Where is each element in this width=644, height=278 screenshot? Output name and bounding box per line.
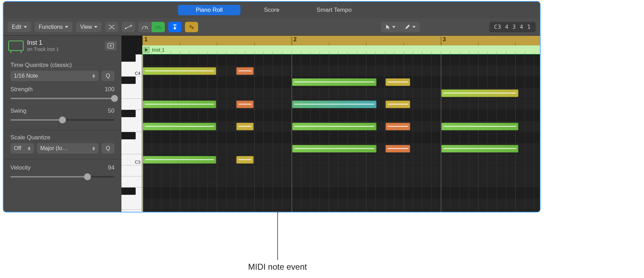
scale-root-value: Off [14, 145, 21, 151]
midi-note[interactable] [236, 101, 254, 108]
midi-note[interactable] [143, 101, 216, 108]
midi-note[interactable] [441, 123, 518, 130]
svg-line-3 [158, 26, 160, 29]
piano-key-white[interactable] [121, 199, 142, 210]
velocity-value: 94 [108, 164, 115, 171]
collapse-icon [108, 25, 115, 29]
pointer-tool[interactable] [381, 22, 400, 32]
quantize-button[interactable]: Q [101, 71, 115, 81]
view-menu-label: View [80, 24, 92, 30]
bar-number: 2 [294, 36, 297, 43]
playhead-icon [172, 24, 178, 30]
chevron-down-icon [412, 26, 416, 28]
stepper-icon [92, 147, 95, 150]
position-readout: C3 4 3 4 1 [489, 22, 536, 32]
tab-piano-roll[interactable]: Piano Roll [178, 5, 240, 15]
chevron-down-icon [24, 26, 27, 28]
automation-button[interactable] [122, 22, 135, 32]
midi-note[interactable] [292, 78, 376, 86]
tab-smart-tempo[interactable]: Smart Tempo [303, 5, 365, 15]
link-icon [188, 25, 195, 29]
tab-score[interactable]: Score [240, 5, 303, 15]
piano-key-black[interactable] [121, 54, 136, 62]
midi-note[interactable] [292, 145, 376, 153]
midi-note[interactable] [385, 78, 410, 86]
piano-key-white[interactable] [121, 121, 142, 132]
functions-menu-label: Functions [39, 24, 63, 30]
scale-root-select[interactable]: Off [10, 143, 34, 154]
scale-mode-select[interactable]: Major (Io… [37, 143, 99, 154]
key-label: C4 [135, 71, 141, 76]
midi-note[interactable] [236, 67, 254, 75]
pointer-icon [386, 24, 390, 30]
region-play-icon[interactable] [143, 46, 150, 53]
piano-key-black[interactable] [121, 132, 136, 139]
piano-key-white[interactable] [121, 165, 142, 176]
instrument-icon [8, 41, 24, 51]
bar-number: 3 [443, 36, 446, 43]
midi-note[interactable] [385, 123, 410, 130]
midi-note[interactable] [385, 101, 410, 108]
functions-menu[interactable]: Functions [35, 22, 73, 32]
time-quantize-select[interactable]: 1/16 Note [10, 71, 99, 81]
midi-note[interactable] [441, 89, 518, 97]
piano-key-black[interactable] [121, 110, 136, 117]
instrument-subtitle: on Track Inst 1 [27, 46, 101, 52]
midi-note[interactable] [292, 123, 376, 130]
chevron-down-icon [392, 26, 396, 28]
catch-playhead-button[interactable] [168, 22, 181, 32]
midi-note[interactable] [441, 145, 518, 153]
collapse-button[interactable] [105, 22, 118, 32]
piano-key-white[interactable] [121, 88, 142, 99]
piano-key-black[interactable] [121, 188, 136, 195]
swing-label: Swing [10, 107, 26, 114]
pencil-tool[interactable] [400, 22, 420, 32]
strength-slider[interactable] [10, 94, 115, 103]
midi-in-button[interactable] [138, 22, 152, 32]
editor-tabs: Piano Roll Score Smart Tempo [3, 2, 540, 18]
midi-note[interactable] [385, 145, 410, 153]
velocity-label: Velocity [10, 164, 31, 171]
midi-note[interactable] [143, 123, 216, 130]
scale-quantize-button[interactable]: Q [101, 143, 115, 154]
midi-gauge-icon [142, 24, 149, 30]
playhead[interactable] [142, 54, 143, 212]
midi-note[interactable] [236, 156, 254, 164]
piano-key-white[interactable] [121, 176, 142, 188]
view-menu[interactable]: View [76, 22, 102, 32]
edit-menu-label: Edit [12, 24, 22, 30]
midi-gauge-icon [155, 24, 162, 30]
stepper-icon [92, 74, 95, 78]
scale-quantize-label: Scale Quantize [10, 134, 115, 141]
edit-menu[interactable]: Edit [8, 22, 31, 32]
strength-value: 100 [105, 86, 115, 93]
pencil-icon [405, 24, 410, 30]
velocity-slider[interactable] [10, 173, 115, 181]
note-grid[interactable] [142, 54, 540, 212]
midi-note[interactable] [236, 123, 254, 130]
time-quantize-label: Time Quantize (classic) [10, 62, 115, 69]
time-quantize-value: 1/16 Note [14, 73, 38, 79]
midi-note[interactable] [143, 156, 216, 164]
chevron-down-icon [65, 26, 68, 28]
automation-icon [125, 25, 132, 29]
key-label: C3 [135, 159, 141, 165]
link-button[interactable] [185, 22, 198, 32]
piano-roll-editor: 123 Inst 1 C4C3 [121, 36, 540, 212]
swing-slider[interactable] [10, 116, 115, 124]
bar-ruler[interactable]: 123 [142, 36, 540, 45]
scale-mode-value: Major (Io… [40, 145, 68, 151]
region-name: Inst 1 [152, 47, 165, 53]
piano-key-white[interactable] [121, 99, 142, 110]
piano-key-black[interactable] [121, 77, 136, 84]
midi-note[interactable] [292, 101, 376, 108]
piano-key-white[interactable] [121, 143, 142, 154]
midi-note[interactable] [143, 67, 216, 75]
region-inspector-button[interactable] [105, 41, 117, 51]
strength-label: Strength [10, 86, 33, 93]
toolbar: Edit Functions View [3, 18, 540, 36]
region-strip[interactable]: Inst 1 [142, 45, 540, 54]
swing-value: 50 [108, 107, 115, 114]
piano-keyboard[interactable]: C4C3 [121, 54, 142, 212]
midi-out-button[interactable] [152, 22, 165, 32]
